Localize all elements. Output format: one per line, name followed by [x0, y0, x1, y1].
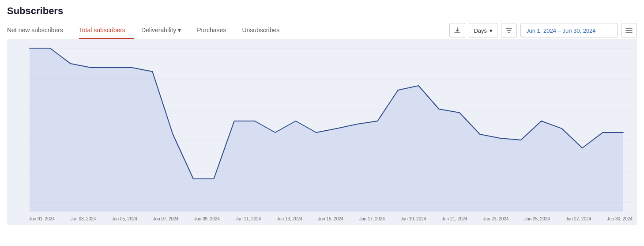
x-label-9: Jun 19, 2024	[401, 216, 426, 221]
tabs-bar: Net new subscribers Total subscribers De…	[7, 22, 295, 39]
chevron-down-icon: ▾	[490, 27, 493, 34]
x-label-10: Jun 21, 2024	[442, 216, 467, 221]
tab-purchases[interactable]: Purchases	[197, 22, 235, 39]
download-button[interactable]	[449, 23, 465, 38]
x-label-2: Jun 05, 2024	[112, 216, 137, 221]
tab-deliverability[interactable]: Deliverability ▾	[141, 22, 190, 39]
x-label-5: Jun 11, 2024	[236, 216, 261, 221]
x-axis: Jun 01, 2024 Jun 03, 2024 Jun 05, 2024 J…	[29, 212, 633, 225]
tabs-and-controls: Net new subscribers Total subscribers De…	[7, 22, 637, 39]
chart-svg	[7, 39, 637, 225]
controls-bar: Days ▾ Jun 1, 2024 – Jun 30, 2024	[449, 23, 637, 38]
menu-button[interactable]	[621, 23, 637, 38]
filter-button[interactable]	[501, 23, 517, 38]
x-label-4: Jun 09, 2024	[194, 216, 220, 221]
tab-total[interactable]: Total subscribers	[79, 22, 134, 39]
x-label-7: Jun 15, 2024	[318, 216, 344, 221]
date-range-picker[interactable]: Jun 1, 2024 – Jun 30, 2024	[520, 23, 618, 38]
chart-area: 1,048 1,046 1,044 1,042 1,040	[7, 39, 637, 225]
x-label-6: Jun 13, 2024	[277, 216, 302, 221]
page-container: Subscribers Net new subscribers Total su…	[0, 0, 644, 246]
tab-net-new[interactable]: Net new subscribers	[7, 22, 72, 39]
chevron-down-icon: ▾	[178, 26, 181, 34]
days-selector[interactable]: Days ▾	[469, 23, 497, 38]
x-label-13: Jun 27, 2024	[566, 216, 591, 221]
x-label-8: Jun 17, 2024	[359, 216, 385, 221]
x-label-1: Jun 03, 2024	[71, 216, 96, 221]
x-label-3: Jun 07, 2024	[153, 216, 179, 221]
x-label-0: Jun 01, 2024	[29, 216, 55, 221]
x-label-11: Jun 23, 2024	[483, 216, 509, 221]
tab-unsubscribes[interactable]: Unsubscribes	[242, 22, 288, 39]
page-title: Subscribers	[7, 5, 637, 17]
x-label-12: Jun 25, 2024	[524, 216, 550, 221]
x-label-14: Jun 30, 2024	[607, 216, 633, 221]
